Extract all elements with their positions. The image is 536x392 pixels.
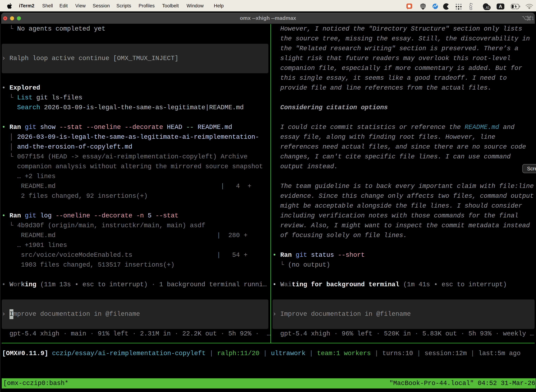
svg-text:1: 1 (531, 16, 534, 21)
